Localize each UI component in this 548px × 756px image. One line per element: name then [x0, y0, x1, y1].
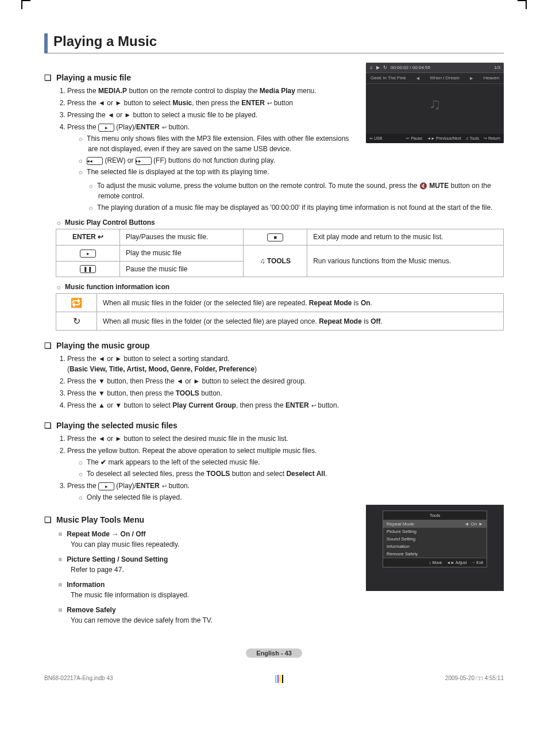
step: Press the MEDIA.P button on the remote c… — [67, 86, 358, 96]
step: Press the ◄ or ► button to select the de… — [67, 433, 504, 444]
pause-key-icon: ❚❚ — [80, 265, 96, 273]
step-list: Press the ◄ or ► button to select a sort… — [67, 354, 504, 410]
popup-hint: → Exit — [471, 561, 483, 565]
music-icon: ♫ — [369, 65, 373, 70]
sub-heading: Playing the music group — [44, 341, 504, 350]
crop-mark — [518, 0, 527, 9]
note-icon: ♫ — [429, 95, 441, 113]
footer-hint: ◄► Previous/Next — [427, 136, 461, 141]
tools-menu-item: Picture Setting / Sound Setting Refer to… — [58, 555, 358, 575]
cell: Exit play mode and return to the music l… — [307, 229, 504, 245]
player-counter: 1/3 — [494, 65, 500, 70]
note: The selected file is displayed at the to… — [78, 167, 358, 177]
step: Press the ◄ or ► button to select a sort… — [67, 354, 504, 374]
sub-heading: Music Play Tools Menu — [44, 515, 358, 524]
popup-hint: ◄► Adjust — [447, 561, 467, 565]
repeat-on-icon: 🔁 — [71, 298, 82, 308]
enter-key-label: ENTER ↩ — [72, 233, 103, 241]
note: ◂◂ (REW) or ▸▸ (FF) buttons do not funct… — [78, 155, 358, 166]
step-list: Press the MEDIA.P button on the remote c… — [67, 86, 358, 177]
play-key-icon: ▸ — [98, 482, 114, 490]
cell: Play the music file — [120, 245, 244, 261]
popup-row: Repeat Mode ◄On► — [383, 520, 487, 528]
color-stripes — [275, 675, 283, 683]
tools-menu-item: Information The music file information i… — [58, 581, 358, 600]
step: Press the ▼ button, then Press the ◄ or … — [67, 376, 504, 386]
player-preview: ♫ ▶ ↻ 00:00:02 / 00:04:55 1/3 Geek In Th… — [366, 63, 504, 143]
popup-row: Remove Safely — [383, 550, 487, 558]
popup-row: Picture Setting — [383, 528, 487, 535]
play-key-icon: ▸ — [98, 124, 114, 132]
control-buttons-table: ENTER ↩ Play/Pauses the music file. ■ Ex… — [56, 229, 504, 277]
footer-hint: ↩ Pause — [406, 136, 422, 141]
rew-key-icon: ◂◂ — [87, 157, 103, 165]
crop-mark — [21, 0, 30, 9]
sub-heading: Playing the selected music files — [44, 421, 504, 430]
track-next: Heaven — [483, 75, 499, 81]
cell: Pause the music file — [120, 261, 244, 277]
note: The ✔ mark appears to the left of the se… — [78, 457, 504, 467]
chevron-right-icon: ► — [478, 521, 483, 527]
step: Press the yellow button. Repeat the abov… — [67, 446, 504, 479]
step: Pressing the ◄ or ► button to select a m… — [67, 110, 358, 120]
page-title: Playing a Music — [44, 33, 504, 53]
page-number: English - 43 — [44, 648, 504, 658]
note: Only the selected file is played. — [78, 492, 504, 502]
note: The playing duration of a music file may… — [88, 202, 504, 213]
cell: Play/Pauses the music file. — [120, 229, 244, 245]
function-icon-table: 🔁 When all music files in the folder (or… — [56, 293, 504, 331]
note: To adjust the music volume, press the vo… — [88, 181, 504, 201]
play-key-icon: ▸ — [80, 250, 96, 258]
note: To deselect all selected files, press th… — [78, 469, 504, 479]
step: Press the ◄ or ► button to select Music,… — [67, 98, 358, 108]
footer-hint: ↪ Return — [484, 136, 500, 141]
popup-title: Tools — [383, 511, 487, 520]
table-heading: Music Play Control Buttons — [56, 218, 504, 227]
chevron-right-icon: ► — [469, 75, 474, 81]
step: Press the ▼ button, then press the TOOLS… — [67, 388, 504, 398]
chevron-left-icon: ◄ — [415, 75, 420, 81]
repeat-off-icon: ↻ — [73, 316, 80, 326]
table-heading: Music function information icon — [56, 283, 504, 291]
track-prev: Geek In The Pink — [371, 75, 406, 81]
footer-file: BN68-02217A-Eng.indb 43 — [44, 675, 113, 683]
cell: When all music files in the folder (or t… — [97, 294, 504, 312]
tools-menu-item: Remove Safely You can remove the device … — [58, 606, 358, 625]
popup-hint: ↕ Move — [429, 561, 442, 565]
sub-heading: Playing a music file — [44, 73, 358, 82]
player-time: 00:00:02 / 00:04:55 — [391, 65, 430, 70]
popup-row: Sound Setting — [383, 535, 487, 543]
note: This menu only shows files with the MP3 … — [78, 133, 358, 154]
stop-key-icon: ■ — [267, 233, 283, 241]
step: Press the ▸ (Play)/ENTER button. Only th… — [67, 481, 504, 502]
step-list: Press the ◄ or ► button to select the de… — [67, 433, 504, 502]
step: Press the ▲ or ▼ button to select Play C… — [67, 400, 504, 410]
popup-row: Information — [383, 543, 487, 550]
tools-popup-preview: Tools Repeat Mode ◄On► Picture Setting S… — [366, 505, 504, 591]
footer-timestamp: 2009-05-20 □□ 4:55:11 — [445, 675, 504, 683]
track-current: When I Dream — [430, 75, 460, 81]
tools-key-label: ♫ TOOLS — [260, 257, 290, 265]
step: Press the ▸ (Play)/ENTER button. This me… — [67, 122, 358, 177]
chevron-left-icon: ◄ — [464, 521, 469, 527]
play-icon: ▶ — [376, 65, 380, 70]
footer-hint: ♫ Tools — [466, 136, 479, 141]
usb-label: ⇔ USB — [369, 136, 382, 141]
cell: When all music files in the folder (or t… — [97, 312, 504, 331]
cell: Run various functions from the Music men… — [307, 245, 504, 277]
repeat-icon: ↻ — [383, 65, 387, 70]
tools-menu-item: Repeat Mode → On / Off You can play musi… — [58, 530, 358, 550]
mute-icon — [419, 182, 427, 190]
ff-key-icon: ▸▸ — [136, 157, 152, 165]
